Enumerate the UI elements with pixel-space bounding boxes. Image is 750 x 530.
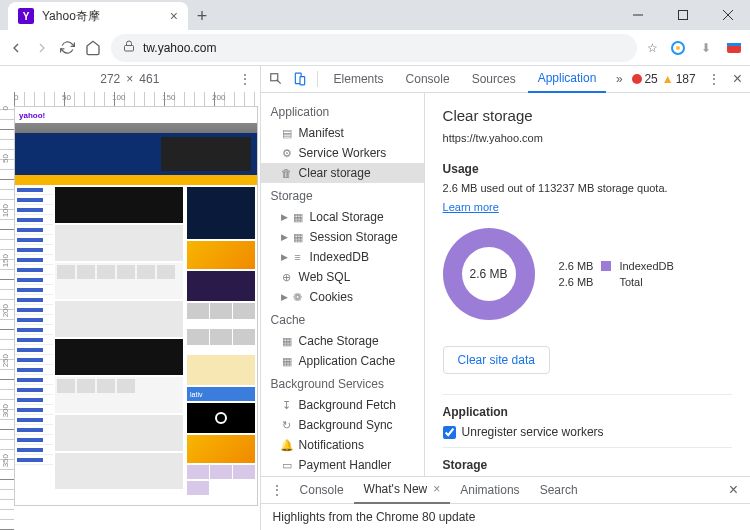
address-bar[interactable]: tw.yahoo.com [111,34,637,62]
drawer-tab-animations[interactable]: Animations [450,477,529,504]
clear-site-data-button[interactable]: Clear site data [443,346,550,374]
drawer-content: Highlights from the Chrome 80 update [261,504,750,530]
drawer-menu-icon[interactable]: ⋮ [271,483,284,497]
device-menu-icon[interactable]: ⋮ [239,72,252,86]
devtools-panel: Elements Console Sources Application » 2… [261,66,750,530]
svg-rect-8 [727,43,741,46]
svg-rect-1 [678,11,687,20]
side-manifest[interactable]: ▤Manifest [261,123,424,143]
side-service-workers[interactable]: ⚙Service Workers [261,143,424,163]
device-width[interactable]: 272 [100,72,120,86]
side-heading-storage: Storage [261,183,424,207]
file-icon: ▤ [281,127,293,140]
page-preview[interactable]: yahoo! [14,106,258,506]
side-cookies[interactable]: ▶❁Cookies [261,287,424,307]
drawer-tab-search[interactable]: Search [530,477,588,504]
device-bar: 272 × 461 ⋮ [0,66,260,92]
side-heading-bg: Background Services [261,371,424,395]
usage-donut: 2.6 MB [443,228,535,320]
tab-sources[interactable]: Sources [462,66,526,93]
device-toggle-icon[interactable] [289,72,311,86]
svg-point-6 [676,46,680,50]
back-button[interactable] [8,40,24,56]
browser-tab[interactable]: Y Yahoo奇摩 × [8,2,188,30]
database-icon: ≡ [292,251,304,263]
times-icon: × [126,72,133,86]
devtools-menu-icon[interactable]: ⋮ [708,72,721,86]
close-tab-icon[interactable]: × [170,8,178,24]
forward-button[interactable] [34,40,50,56]
download-icon[interactable]: ⬇ [698,40,714,56]
donut-label: 2.6 MB [470,267,508,281]
learn-more-link[interactable]: Learn more [443,201,499,213]
mini-lativ: lativ [187,387,255,401]
extension-icon-1[interactable] [670,40,686,56]
tab-application[interactable]: Application [528,66,607,93]
unregister-sw-checkbox[interactable]: Unregister service workers [443,425,732,439]
side-bg-sync[interactable]: ↻Background Sync [261,415,424,435]
url-text: tw.yahoo.com [143,41,216,55]
device-height[interactable]: 461 [139,72,159,86]
star-icon[interactable]: ☆ [647,41,658,55]
side-payment[interactable]: ▭Payment Handler [261,455,424,475]
new-tab-button[interactable]: + [188,2,216,30]
inspect-icon[interactable] [265,72,287,86]
side-indexeddb[interactable]: ▶≡IndexedDB [261,247,424,267]
pane-title: Clear storage [443,107,732,124]
tab-console[interactable]: Console [396,66,460,93]
grid-icon: ▦ [281,335,293,348]
storage-heading: Storage [443,458,732,472]
side-bg-fetch[interactable]: ↧Background Fetch [261,395,424,415]
tab-title: Yahoo奇摩 [42,8,100,25]
browser-toolbar: tw.yahoo.com ☆ ⬇ [0,30,750,66]
side-local-storage[interactable]: ▶▦Local Storage [261,207,424,227]
drawer-close-icon[interactable]: × [729,481,746,499]
home-button[interactable] [85,40,101,56]
error-count[interactable]: 25 [632,72,657,86]
extension-icon-2[interactable] [726,40,742,56]
side-session-storage[interactable]: ▶▦Session Storage [261,227,424,247]
devtools-drawer: ⋮ Console What's New× Animations Search … [261,476,750,530]
pane-url: https://tw.yahoo.com [443,132,732,144]
grid-icon: ▦ [281,355,293,368]
reload-button[interactable] [60,40,75,55]
application-sidebar: Application ▤Manifest ⚙Service Workers 🗑… [261,93,425,476]
warning-count[interactable]: ▲187 [662,72,696,86]
trash-icon: 🗑 [281,167,293,179]
globe-icon: ⊕ [281,271,293,284]
maximize-button[interactable] [660,0,705,30]
side-notifications[interactable]: 🔔Notifications [261,435,424,455]
gear-icon: ⚙ [281,147,293,160]
minimize-button[interactable] [615,0,660,30]
grid-icon: ▦ [292,231,304,244]
side-cache-storage[interactable]: ▦Cache Storage [261,331,424,351]
application-heading: Application [443,405,732,419]
more-tabs-icon[interactable]: » [608,72,630,86]
side-heading-cache: Cache [261,307,424,331]
svg-rect-11 [300,77,305,85]
cookie-icon: ❁ [292,291,304,304]
device-preview-pane: 272 × 461 ⋮ 050100150200 050100150200250… [0,66,261,530]
sync-icon: ↻ [281,419,293,432]
card-icon: ▭ [281,459,293,472]
usage-text: 2.6 MB used out of 113237 MB storage quo… [443,182,732,194]
fetch-icon: ↧ [281,399,293,412]
devtools-close-icon[interactable]: × [733,70,742,88]
favicon: Y [18,8,34,24]
side-websql[interactable]: ⊕Web SQL [261,267,424,287]
tab-elements[interactable]: Elements [324,66,394,93]
side-clear-storage[interactable]: 🗑Clear storage [261,163,424,183]
grid-icon: ▦ [292,211,304,224]
swatch-indexeddb [601,261,611,271]
svg-rect-4 [125,46,134,52]
devtools-tabs: Elements Console Sources Application » 2… [261,66,750,93]
drawer-tab-whats-new[interactable]: What's New× [354,477,451,504]
side-heading-application: Application [261,99,424,123]
window-titlebar: Y Yahoo奇摩 × + [0,0,750,30]
drawer-tab-console[interactable]: Console [290,477,354,504]
side-application-cache[interactable]: ▦Application Cache [261,351,424,371]
lock-icon [123,40,135,55]
mini-logo: yahoo! [19,111,45,120]
bell-icon: 🔔 [281,439,293,452]
close-window-button[interactable] [705,0,750,30]
